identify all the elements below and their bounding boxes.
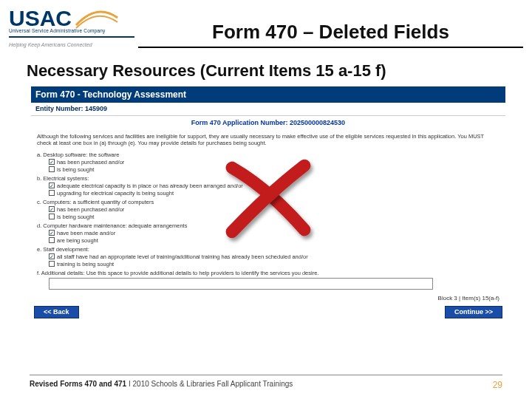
checkbox-icon: ✓ — [49, 159, 55, 165]
item-e-label: e. Staff development: — [37, 246, 499, 253]
checkbox-icon — [49, 166, 55, 172]
item-b-1: adequate electrical capacity is in place… — [57, 183, 243, 189]
nav-row: << Back Continue >> — [31, 304, 505, 321]
continue-button: Continue >> — [445, 306, 502, 318]
checkbox-icon — [49, 237, 55, 243]
checkbox-icon: ✓ — [49, 230, 55, 236]
item-a-2: is being sought — [57, 166, 94, 173]
item-d-1: have been made and/or — [57, 230, 115, 236]
footer-rule — [30, 375, 502, 375]
logo-block: USAC Universal Service Administrative Co… — [9, 7, 138, 47]
additional-details-input — [49, 278, 433, 290]
form-header: Form 470 - Technology Assessment — [31, 86, 505, 103]
logo-main: USAC — [9, 7, 72, 30]
entity-number: Entity Number: 145909 — [31, 103, 505, 116]
header: USAC Universal Service Administrative Co… — [0, 0, 532, 48]
item-d-2: are being sought — [57, 237, 98, 244]
block-label: Block 3 | Item(s) 15(a-f) — [31, 292, 505, 305]
logo-tagline: Helping Keep Americans Connected — [9, 42, 138, 47]
footer-left: Revised Forms 470 and 471 I 2010 Schools… — [30, 380, 293, 390]
item-d-label: d. Computer hardware maintenance: adequa… — [37, 222, 499, 229]
title-rule — [138, 47, 523, 48]
arc-icon — [75, 7, 119, 30]
application-number: Form 470 Application Number: 20250000082… — [31, 116, 505, 133]
item-f-label: f. Additional details: Use this space to… — [37, 270, 499, 276]
checkbox-icon: ✓ — [49, 253, 55, 259]
footer-rest: I 2010 Schools & Libraries Fall Applican… — [126, 380, 293, 388]
checkbox-icon: ✓ — [49, 206, 55, 212]
item-c-label: c. Computers: a sufficient quantity of c… — [37, 199, 499, 205]
back-button: << Back — [34, 306, 79, 318]
item-e-1: all staff have had an appropriate level … — [57, 253, 308, 260]
checkbox-icon — [49, 261, 55, 267]
footer-bold: Revised Forms 470 and 471 — [30, 380, 126, 388]
section: Necessary Resources (Current Items 15 a-… — [0, 48, 532, 321]
intro-text: Although the following services and faci… — [37, 133, 499, 147]
page-title: Form 470 – Deleted Fields — [138, 21, 523, 44]
item-a-label: a. Desktop software: the software — [37, 151, 499, 158]
form-screenshot: Form 470 - Technology Assessment Entity … — [31, 86, 505, 321]
checkbox-icon — [49, 214, 55, 219]
item-b-2: upgrading for electrical capacity is bei… — [57, 190, 174, 197]
item-c-2: is being sought — [57, 214, 94, 220]
item-b-label: b. Electrical systems: — [37, 175, 499, 182]
checkbox-icon — [49, 190, 55, 196]
item-e-2: training is being sought — [57, 261, 114, 267]
footer: Revised Forms 470 and 471 I 2010 Schools… — [0, 375, 532, 390]
checkbox-icon: ✓ — [49, 183, 55, 188]
logo-rule — [9, 36, 134, 38]
title-block: Form 470 – Deleted Fields — [138, 7, 523, 48]
page-number: 29 — [493, 380, 502, 390]
item-a-1: has been purchased and/or — [57, 159, 124, 166]
section-heading: Necessary Resources (Current Items 15 a-… — [27, 61, 510, 81]
item-c-1: has been purchased and/or — [57, 206, 124, 213]
form-body: Although the following services and faci… — [31, 133, 505, 290]
